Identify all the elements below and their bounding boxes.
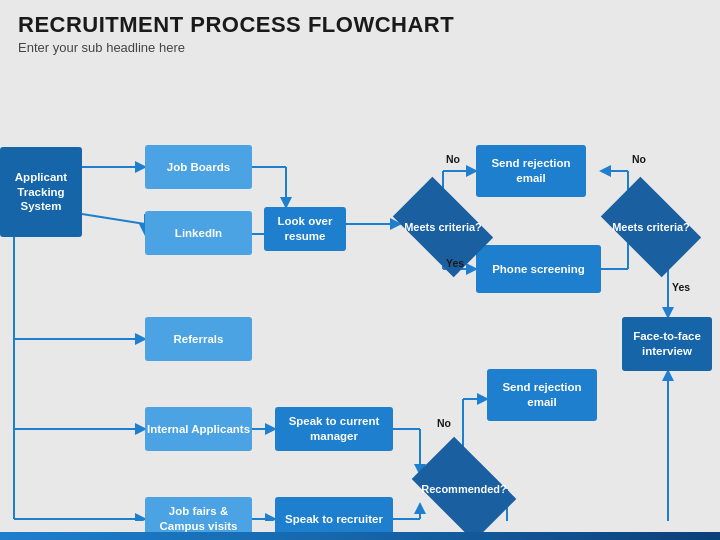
main-title: RECRUITMENT PROCESS FLOWCHART (18, 12, 702, 38)
svg-line-1 (82, 214, 145, 224)
referrals-box: Referrals (145, 317, 252, 361)
arrows-svg (0, 59, 720, 521)
internal-applicants-box: Internal Applicants (145, 407, 252, 451)
meets-criteria-1-diamond: Meets criteria? (400, 199, 486, 255)
ats-box: Applicant Tracking System (0, 147, 82, 237)
linkedin-box: LinkedIn (145, 211, 252, 255)
yes-label-1: Yes (446, 257, 464, 269)
meets-criteria-2-diamond: Meets criteria? (608, 199, 694, 255)
phone-screening-box: Phone screening (476, 245, 601, 293)
job-boards-box: Job Boards (145, 145, 252, 189)
flowchart: Applicant Tracking System Job Boards Lin… (0, 59, 720, 521)
look-over-resume-box: Look over resume (264, 207, 346, 251)
no-label-1: No (446, 153, 460, 165)
send-rejection-email-1-box: Send rejection email (476, 145, 586, 197)
page-wrapper: RECRUITMENT PROCESS FLOWCHART Enter your… (0, 0, 720, 540)
no-label-2: No (632, 153, 646, 165)
speak-current-manager-box: Speak to current manager (275, 407, 393, 451)
no-label-3: No (437, 417, 451, 429)
bottom-bar (0, 532, 720, 540)
header: RECRUITMENT PROCESS FLOWCHART Enter your… (0, 0, 720, 59)
yes-label-2: Yes (672, 281, 690, 293)
recommended-diamond: Recommended? (420, 459, 508, 519)
face-to-face-box: Face-to-face interview (622, 317, 712, 371)
sub-title: Enter your sub headline here (18, 40, 702, 55)
send-rejection-email-2-box: Send rejection email (487, 369, 597, 421)
